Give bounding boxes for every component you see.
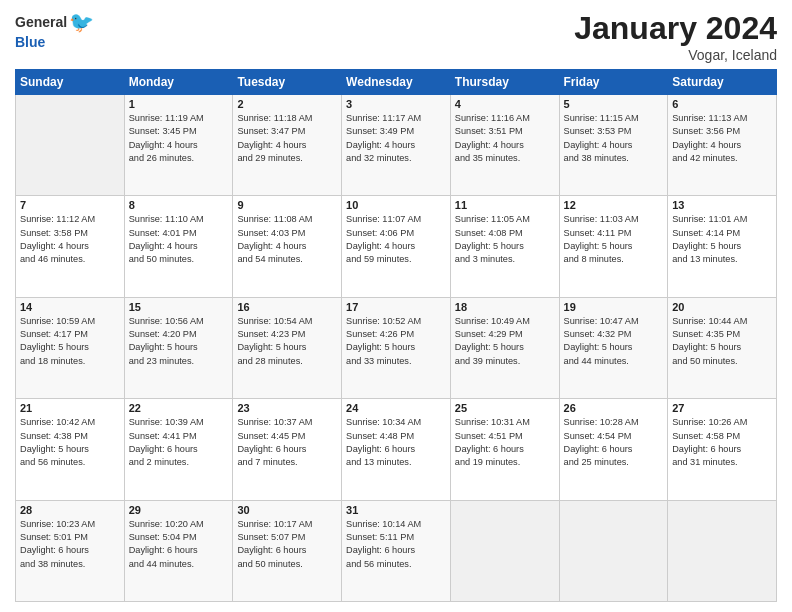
calendar-week-row: 7Sunrise: 11:12 AM Sunset: 3:58 PM Dayli…	[16, 196, 777, 297]
calendar-cell: 9Sunrise: 11:08 AM Sunset: 4:03 PM Dayli…	[233, 196, 342, 297]
day-number: 23	[237, 402, 337, 414]
calendar-cell: 22Sunrise: 10:39 AM Sunset: 4:41 PM Dayl…	[124, 399, 233, 500]
calendar-cell: 31Sunrise: 10:14 AM Sunset: 5:11 PM Dayl…	[342, 500, 451, 601]
cell-content: Sunrise: 10:17 AM Sunset: 5:07 PM Daylig…	[237, 518, 337, 571]
day-number: 21	[20, 402, 120, 414]
day-number: 9	[237, 199, 337, 211]
calendar-cell: 19Sunrise: 10:47 AM Sunset: 4:32 PM Dayl…	[559, 297, 668, 398]
calendar-cell	[668, 500, 777, 601]
day-number: 10	[346, 199, 446, 211]
cell-content: Sunrise: 10:37 AM Sunset: 4:45 PM Daylig…	[237, 416, 337, 469]
day-number: 5	[564, 98, 664, 110]
day-number: 2	[237, 98, 337, 110]
calendar-cell: 14Sunrise: 10:59 AM Sunset: 4:17 PM Dayl…	[16, 297, 125, 398]
calendar-header-saturday: Saturday	[668, 70, 777, 95]
cell-content: Sunrise: 11:12 AM Sunset: 3:58 PM Daylig…	[20, 213, 120, 266]
subtitle: Vogar, Iceland	[574, 47, 777, 63]
logo: General 🐦 Blue	[15, 10, 94, 50]
calendar-table: SundayMondayTuesdayWednesdayThursdayFrid…	[15, 69, 777, 602]
day-number: 30	[237, 504, 337, 516]
calendar-cell	[16, 95, 125, 196]
day-number: 15	[129, 301, 229, 313]
day-number: 25	[455, 402, 555, 414]
calendar-cell	[559, 500, 668, 601]
calendar-header-tuesday: Tuesday	[233, 70, 342, 95]
calendar-header-monday: Monday	[124, 70, 233, 95]
calendar-week-row: 28Sunrise: 10:23 AM Sunset: 5:01 PM Dayl…	[16, 500, 777, 601]
cell-content: Sunrise: 10:31 AM Sunset: 4:51 PM Daylig…	[455, 416, 555, 469]
calendar-cell: 13Sunrise: 11:01 AM Sunset: 4:14 PM Dayl…	[668, 196, 777, 297]
day-number: 28	[20, 504, 120, 516]
calendar-cell: 2Sunrise: 11:18 AM Sunset: 3:47 PM Dayli…	[233, 95, 342, 196]
cell-content: Sunrise: 11:10 AM Sunset: 4:01 PM Daylig…	[129, 213, 229, 266]
calendar-cell: 30Sunrise: 10:17 AM Sunset: 5:07 PM Dayl…	[233, 500, 342, 601]
day-number: 24	[346, 402, 446, 414]
calendar-cell: 4Sunrise: 11:16 AM Sunset: 3:51 PM Dayli…	[450, 95, 559, 196]
cell-content: Sunrise: 10:56 AM Sunset: 4:20 PM Daylig…	[129, 315, 229, 368]
calendar-cell: 25Sunrise: 10:31 AM Sunset: 4:51 PM Dayl…	[450, 399, 559, 500]
calendar-cell: 6Sunrise: 11:13 AM Sunset: 3:56 PM Dayli…	[668, 95, 777, 196]
day-number: 26	[564, 402, 664, 414]
day-number: 12	[564, 199, 664, 211]
logo-blue-text: Blue	[15, 34, 94, 50]
calendar-cell: 26Sunrise: 10:28 AM Sunset: 4:54 PM Dayl…	[559, 399, 668, 500]
cell-content: Sunrise: 10:42 AM Sunset: 4:38 PM Daylig…	[20, 416, 120, 469]
logo-general-text: General	[15, 14, 67, 30]
cell-content: Sunrise: 11:03 AM Sunset: 4:11 PM Daylig…	[564, 213, 664, 266]
cell-content: Sunrise: 11:01 AM Sunset: 4:14 PM Daylig…	[672, 213, 772, 266]
day-number: 13	[672, 199, 772, 211]
day-number: 17	[346, 301, 446, 313]
calendar-header-thursday: Thursday	[450, 70, 559, 95]
day-number: 19	[564, 301, 664, 313]
cell-content: Sunrise: 11:05 AM Sunset: 4:08 PM Daylig…	[455, 213, 555, 266]
calendar-week-row: 21Sunrise: 10:42 AM Sunset: 4:38 PM Dayl…	[16, 399, 777, 500]
cell-content: Sunrise: 11:17 AM Sunset: 3:49 PM Daylig…	[346, 112, 446, 165]
cell-content: Sunrise: 10:54 AM Sunset: 4:23 PM Daylig…	[237, 315, 337, 368]
day-number: 8	[129, 199, 229, 211]
cell-content: Sunrise: 11:15 AM Sunset: 3:53 PM Daylig…	[564, 112, 664, 165]
calendar-cell: 20Sunrise: 10:44 AM Sunset: 4:35 PM Dayl…	[668, 297, 777, 398]
day-number: 3	[346, 98, 446, 110]
cell-content: Sunrise: 10:44 AM Sunset: 4:35 PM Daylig…	[672, 315, 772, 368]
calendar-cell: 21Sunrise: 10:42 AM Sunset: 4:38 PM Dayl…	[16, 399, 125, 500]
cell-content: Sunrise: 11:18 AM Sunset: 3:47 PM Daylig…	[237, 112, 337, 165]
day-number: 20	[672, 301, 772, 313]
main-title: January 2024	[574, 10, 777, 47]
header: General 🐦 Blue January 2024 Vogar, Icela…	[15, 10, 777, 63]
cell-content: Sunrise: 10:14 AM Sunset: 5:11 PM Daylig…	[346, 518, 446, 571]
calendar-week-row: 1Sunrise: 11:19 AM Sunset: 3:45 PM Dayli…	[16, 95, 777, 196]
calendar-header-sunday: Sunday	[16, 70, 125, 95]
day-number: 27	[672, 402, 772, 414]
calendar-week-row: 14Sunrise: 10:59 AM Sunset: 4:17 PM Dayl…	[16, 297, 777, 398]
calendar-cell: 27Sunrise: 10:26 AM Sunset: 4:58 PM Dayl…	[668, 399, 777, 500]
calendar-cell: 3Sunrise: 11:17 AM Sunset: 3:49 PM Dayli…	[342, 95, 451, 196]
page: General 🐦 Blue January 2024 Vogar, Icela…	[0, 0, 792, 612]
calendar-cell: 8Sunrise: 11:10 AM Sunset: 4:01 PM Dayli…	[124, 196, 233, 297]
calendar-cell: 10Sunrise: 11:07 AM Sunset: 4:06 PM Dayl…	[342, 196, 451, 297]
calendar-cell: 5Sunrise: 11:15 AM Sunset: 3:53 PM Dayli…	[559, 95, 668, 196]
calendar-cell: 15Sunrise: 10:56 AM Sunset: 4:20 PM Dayl…	[124, 297, 233, 398]
calendar-cell: 24Sunrise: 10:34 AM Sunset: 4:48 PM Dayl…	[342, 399, 451, 500]
calendar-cell: 16Sunrise: 10:54 AM Sunset: 4:23 PM Dayl…	[233, 297, 342, 398]
calendar-cell: 11Sunrise: 11:05 AM Sunset: 4:08 PM Dayl…	[450, 196, 559, 297]
day-number: 22	[129, 402, 229, 414]
cell-content: Sunrise: 11:07 AM Sunset: 4:06 PM Daylig…	[346, 213, 446, 266]
day-number: 31	[346, 504, 446, 516]
calendar-cell: 28Sunrise: 10:23 AM Sunset: 5:01 PM Dayl…	[16, 500, 125, 601]
calendar-cell: 17Sunrise: 10:52 AM Sunset: 4:26 PM Dayl…	[342, 297, 451, 398]
day-number: 29	[129, 504, 229, 516]
calendar-header-wednesday: Wednesday	[342, 70, 451, 95]
cell-content: Sunrise: 10:49 AM Sunset: 4:29 PM Daylig…	[455, 315, 555, 368]
day-number: 14	[20, 301, 120, 313]
cell-content: Sunrise: 11:16 AM Sunset: 3:51 PM Daylig…	[455, 112, 555, 165]
cell-content: Sunrise: 10:20 AM Sunset: 5:04 PM Daylig…	[129, 518, 229, 571]
day-number: 4	[455, 98, 555, 110]
day-number: 18	[455, 301, 555, 313]
calendar-cell: 12Sunrise: 11:03 AM Sunset: 4:11 PM Dayl…	[559, 196, 668, 297]
day-number: 1	[129, 98, 229, 110]
cell-content: Sunrise: 10:26 AM Sunset: 4:58 PM Daylig…	[672, 416, 772, 469]
calendar-cell	[450, 500, 559, 601]
cell-content: Sunrise: 10:28 AM Sunset: 4:54 PM Daylig…	[564, 416, 664, 469]
day-number: 7	[20, 199, 120, 211]
cell-content: Sunrise: 10:39 AM Sunset: 4:41 PM Daylig…	[129, 416, 229, 469]
